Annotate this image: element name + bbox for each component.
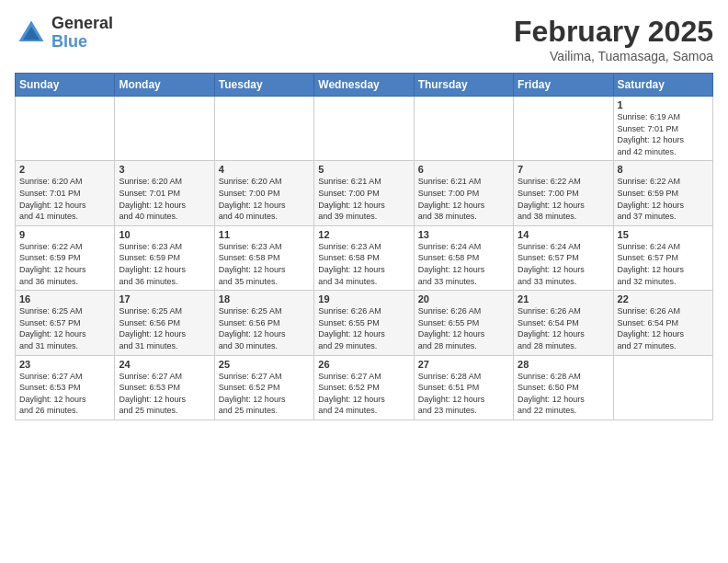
day-number: 26 <box>318 359 409 370</box>
day-number: 15 <box>618 229 709 240</box>
subtitle: Vailima, Tuamasaga, Samoa <box>514 49 713 63</box>
calendar-cell: 10Sunrise: 6:23 AM Sunset: 6:59 PM Dayli… <box>115 225 214 290</box>
calendar-cell: 23Sunrise: 6:27 AM Sunset: 6:53 PM Dayli… <box>16 355 115 419</box>
calendar-cell: 13Sunrise: 6:24 AM Sunset: 6:58 PM Dayli… <box>414 225 513 290</box>
day-number: 3 <box>119 164 210 175</box>
calendar-cell: 5Sunrise: 6:21 AM Sunset: 7:00 PM Daylig… <box>314 161 414 225</box>
calendar-cell: 27Sunrise: 6:28 AM Sunset: 6:51 PM Dayli… <box>414 355 513 419</box>
calendar-cell: 25Sunrise: 6:27 AM Sunset: 6:52 PM Dayli… <box>214 355 313 419</box>
day-number: 5 <box>318 164 409 175</box>
day-number: 1 <box>618 99 709 110</box>
day-number: 14 <box>518 229 609 240</box>
title-block: February 2025 Vailima, Tuamasaga, Samoa <box>514 15 713 63</box>
calendar-cell: 8Sunrise: 6:22 AM Sunset: 6:59 PM Daylig… <box>613 161 712 225</box>
calendar-cell: 18Sunrise: 6:25 AM Sunset: 6:56 PM Dayli… <box>214 291 313 355</box>
day-info: Sunrise: 6:26 AM Sunset: 6:54 PM Dayligh… <box>518 305 609 351</box>
calendar-week-row: 16Sunrise: 6:25 AM Sunset: 6:57 PM Dayli… <box>16 291 713 355</box>
calendar-cell: 28Sunrise: 6:28 AM Sunset: 6:50 PM Dayli… <box>514 355 613 419</box>
day-number: 8 <box>618 164 709 175</box>
logo-blue: Blue <box>51 33 113 52</box>
day-info: Sunrise: 6:25 AM Sunset: 6:56 PM Dayligh… <box>219 305 310 351</box>
day-number: 27 <box>418 359 509 370</box>
day-number: 23 <box>19 359 110 370</box>
calendar-cell: 17Sunrise: 6:25 AM Sunset: 6:56 PM Dayli… <box>115 291 214 355</box>
day-number: 19 <box>318 293 409 304</box>
calendar-cell: 12Sunrise: 6:23 AM Sunset: 6:58 PM Dayli… <box>314 225 414 290</box>
calendar-week-row: 1Sunrise: 6:19 AM Sunset: 7:01 PM Daylig… <box>16 97 713 161</box>
day-number: 13 <box>418 229 509 240</box>
calendar-header-row: SundayMondayTuesdayWednesdayThursdayFrid… <box>16 74 713 97</box>
day-info: Sunrise: 6:28 AM Sunset: 6:50 PM Dayligh… <box>518 371 609 417</box>
calendar-week-row: 2Sunrise: 6:20 AM Sunset: 7:01 PM Daylig… <box>16 161 713 225</box>
day-info: Sunrise: 6:26 AM Sunset: 6:54 PM Dayligh… <box>618 305 709 351</box>
calendar-table: SundayMondayTuesdayWednesdayThursdayFrid… <box>15 73 713 420</box>
day-header-saturday: Saturday <box>613 74 712 97</box>
calendar-cell: 21Sunrise: 6:26 AM Sunset: 6:54 PM Dayli… <box>514 291 613 355</box>
day-info: Sunrise: 6:22 AM Sunset: 7:00 PM Dayligh… <box>518 176 609 222</box>
day-number: 6 <box>418 164 509 175</box>
day-info: Sunrise: 6:25 AM Sunset: 6:57 PM Dayligh… <box>19 305 110 351</box>
day-info: Sunrise: 6:27 AM Sunset: 6:53 PM Dayligh… <box>119 371 210 417</box>
day-info: Sunrise: 6:26 AM Sunset: 6:55 PM Dayligh… <box>418 305 509 351</box>
day-number: 17 <box>119 293 210 304</box>
calendar-cell: 15Sunrise: 6:24 AM Sunset: 6:57 PM Dayli… <box>613 225 712 290</box>
calendar-cell: 20Sunrise: 6:26 AM Sunset: 6:55 PM Dayli… <box>414 291 513 355</box>
day-number: 12 <box>318 229 409 240</box>
day-info: Sunrise: 6:23 AM Sunset: 6:58 PM Dayligh… <box>219 241 310 287</box>
day-number: 22 <box>618 293 709 304</box>
day-number: 28 <box>518 359 609 370</box>
day-info: Sunrise: 6:22 AM Sunset: 6:59 PM Dayligh… <box>618 176 709 222</box>
logo-icon <box>15 17 48 50</box>
logo: General Blue <box>15 15 113 52</box>
calendar-cell <box>214 97 313 161</box>
day-header-monday: Monday <box>115 74 214 97</box>
day-info: Sunrise: 6:19 AM Sunset: 7:01 PM Dayligh… <box>618 111 709 157</box>
calendar-week-row: 9Sunrise: 6:22 AM Sunset: 6:59 PM Daylig… <box>16 225 713 290</box>
day-info: Sunrise: 6:24 AM Sunset: 6:57 PM Dayligh… <box>618 241 709 287</box>
day-info: Sunrise: 6:27 AM Sunset: 6:52 PM Dayligh… <box>318 371 409 417</box>
day-number: 21 <box>518 293 609 304</box>
day-number: 16 <box>19 293 110 304</box>
day-header-thursday: Thursday <box>414 74 513 97</box>
day-number: 9 <box>19 229 110 240</box>
calendar-cell: 2Sunrise: 6:20 AM Sunset: 7:01 PM Daylig… <box>16 161 115 225</box>
day-number: 7 <box>518 164 609 175</box>
day-number: 11 <box>219 229 310 240</box>
calendar-cell <box>16 97 115 161</box>
calendar-cell: 11Sunrise: 6:23 AM Sunset: 6:58 PM Dayli… <box>214 225 313 290</box>
calendar-cell: 24Sunrise: 6:27 AM Sunset: 6:53 PM Dayli… <box>115 355 214 419</box>
day-number: 2 <box>19 164 110 175</box>
day-number: 10 <box>119 229 210 240</box>
calendar-cell: 22Sunrise: 6:26 AM Sunset: 6:54 PM Dayli… <box>613 291 712 355</box>
calendar-cell <box>115 97 214 161</box>
calendar-cell: 19Sunrise: 6:26 AM Sunset: 6:55 PM Dayli… <box>314 291 414 355</box>
calendar-cell: 26Sunrise: 6:27 AM Sunset: 6:52 PM Dayli… <box>314 355 414 419</box>
main-title: February 2025 <box>514 15 713 49</box>
calendar-cell: 9Sunrise: 6:22 AM Sunset: 6:59 PM Daylig… <box>16 225 115 290</box>
day-info: Sunrise: 6:22 AM Sunset: 6:59 PM Dayligh… <box>19 241 110 287</box>
day-info: Sunrise: 6:20 AM Sunset: 7:01 PM Dayligh… <box>119 176 210 222</box>
calendar-cell: 16Sunrise: 6:25 AM Sunset: 6:57 PM Dayli… <box>16 291 115 355</box>
day-number: 25 <box>219 359 310 370</box>
day-info: Sunrise: 6:26 AM Sunset: 6:55 PM Dayligh… <box>318 305 409 351</box>
calendar-cell: 7Sunrise: 6:22 AM Sunset: 7:00 PM Daylig… <box>514 161 613 225</box>
day-info: Sunrise: 6:20 AM Sunset: 7:01 PM Dayligh… <box>19 176 110 222</box>
day-info: Sunrise: 6:20 AM Sunset: 7:00 PM Dayligh… <box>219 176 310 222</box>
logo-text: General Blue <box>51 15 113 52</box>
day-info: Sunrise: 6:28 AM Sunset: 6:51 PM Dayligh… <box>418 371 509 417</box>
calendar-cell: 1Sunrise: 6:19 AM Sunset: 7:01 PM Daylig… <box>613 97 712 161</box>
day-info: Sunrise: 6:27 AM Sunset: 6:53 PM Dayligh… <box>19 371 110 417</box>
day-info: Sunrise: 6:24 AM Sunset: 6:57 PM Dayligh… <box>518 241 609 287</box>
calendar-cell: 14Sunrise: 6:24 AM Sunset: 6:57 PM Dayli… <box>514 225 613 290</box>
day-number: 18 <box>219 293 310 304</box>
day-number: 24 <box>119 359 210 370</box>
day-info: Sunrise: 6:23 AM Sunset: 6:59 PM Dayligh… <box>119 241 210 287</box>
day-info: Sunrise: 6:25 AM Sunset: 6:56 PM Dayligh… <box>119 305 210 351</box>
page-header: General Blue February 2025 Vailima, Tuam… <box>15 15 713 63</box>
day-info: Sunrise: 6:21 AM Sunset: 7:00 PM Dayligh… <box>418 176 509 222</box>
calendar-cell: 6Sunrise: 6:21 AM Sunset: 7:00 PM Daylig… <box>414 161 513 225</box>
day-number: 4 <box>219 164 310 175</box>
day-header-wednesday: Wednesday <box>314 74 414 97</box>
day-info: Sunrise: 6:23 AM Sunset: 6:58 PM Dayligh… <box>318 241 409 287</box>
calendar-cell <box>314 97 414 161</box>
